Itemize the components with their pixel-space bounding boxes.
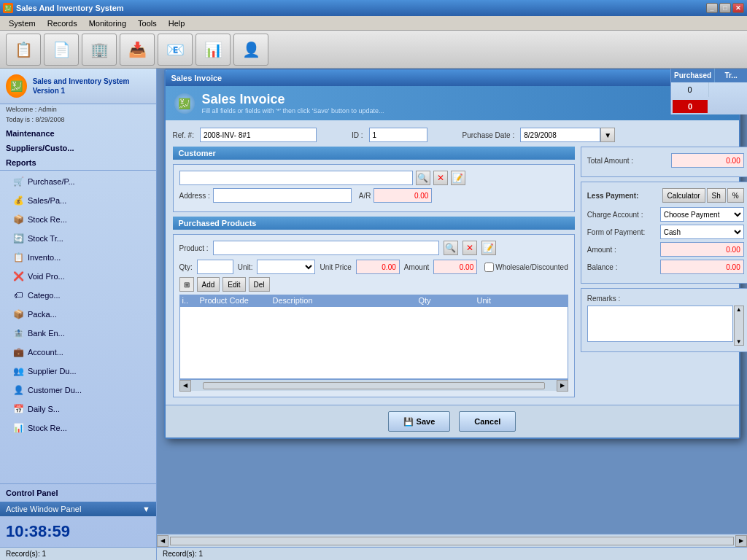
scroll-track[interactable] [203, 382, 545, 389]
purchase-date-input[interactable] [520, 128, 600, 142]
purchased-panel: Purchased Tr... 0 0 [670, 69, 747, 114]
sidebar-item-stock-report-label: Stock Re... [28, 424, 67, 432]
daily-icon: 📅 [12, 402, 25, 416]
void-icon: ❌ [12, 270, 25, 283]
scroll-right-btn[interactable]: ▶ [557, 380, 568, 392]
del-button[interactable]: Del [249, 277, 270, 292]
sidebar-item-void[interactable]: ❌ Void Pro... [0, 267, 156, 286]
sidebar-item-package[interactable]: 📦 Packa... [0, 305, 156, 324]
purchased-header: Purchased [671, 69, 715, 82]
bottom-scroll-left[interactable]: ◀ [157, 535, 169, 547]
charge-account-label: Charge Account : [587, 211, 643, 219]
window-title: Sales And Inventory System [16, 4, 124, 12]
form-of-payment-select[interactable]: Cash [660, 225, 744, 239]
inventory-icon: 📋 [12, 251, 25, 264]
sidebar-item-stockre[interactable]: 📦 Stock Re... [0, 210, 156, 229]
customer-section-header: Customer [173, 147, 575, 160]
unit-select[interactable] [257, 260, 315, 274]
suppliers-section-label: Suppliers/Custo... [0, 139, 156, 154]
col-description: Description [273, 296, 419, 305]
menu-tools[interactable]: Tools [132, 18, 163, 29]
sidebar-item-stock-report[interactable]: 📊 Stock Re... [0, 419, 156, 438]
active-window-chevron: ▼ [142, 505, 150, 513]
sidebar-item-category-label: Catego... [28, 291, 61, 300]
wholesale-checkbox[interactable] [484, 262, 494, 272]
menu-monitoring[interactable]: Monitoring [83, 18, 132, 29]
id-label: ID : [352, 131, 363, 139]
customer-add-button[interactable]: 📝 [451, 171, 465, 185]
purchase-date-dropdown[interactable]: ▼ [600, 128, 615, 142]
close-button[interactable]: ✕ [732, 3, 744, 13]
product-clear-button[interactable]: ✕ [462, 241, 477, 255]
menu-records[interactable]: Records [42, 18, 83, 29]
sidebar-item-customer-due[interactable]: 👤 Customer Du... [0, 381, 156, 400]
product-add-button[interactable]: 📝 [481, 241, 496, 255]
toolbar-btn-3[interactable]: 📥 [120, 34, 155, 66]
sidebar-item-supplier-due[interactable]: 👥 Supplier Du... [0, 362, 156, 381]
bottom-scrollbar[interactable]: ◀ ▶ [157, 534, 747, 547]
remarks-scrollbar: ▲ ▼ [734, 306, 744, 346]
hscroll[interactable]: ◀ ▶ [179, 379, 568, 391]
remarks-scroll-down[interactable]: ▼ [735, 338, 743, 345]
payment-amount-label: Amount : [587, 246, 616, 254]
percent-button[interactable]: % [727, 188, 744, 203]
sidebar-item-bank[interactable]: 🏦 Bank En... [0, 324, 156, 343]
sidebar-item-daily[interactable]: 📅 Daily S... [0, 400, 156, 419]
ar-input[interactable] [374, 188, 432, 203]
left-content: Customer 🔍 ✕ 📝 Address [173, 147, 575, 397]
clock-display: 10:38:59 [0, 516, 156, 547]
unit-price-input[interactable] [356, 260, 400, 274]
bottom-scroll-right[interactable]: ▶ [735, 535, 747, 547]
customer-search-button[interactable]: 🔍 [416, 171, 430, 185]
toolbar-btn-1[interactable]: 📄 [44, 34, 79, 66]
edit-button[interactable]: Edit [222, 277, 245, 292]
menu-help[interactable]: Help [163, 18, 191, 29]
product-input[interactable] [213, 241, 439, 255]
sh-button[interactable]: Sh [707, 188, 726, 203]
cancel-button[interactable]: Cancel [459, 411, 516, 432]
sidebar-item-sales[interactable]: 💰 Sales/Pa... [0, 191, 156, 210]
customer-clear-button[interactable]: ✕ [433, 171, 448, 185]
calculator-button[interactable]: Calculator [662, 188, 705, 203]
sidebar-item-purchase[interactable]: 🛒 Purchase/P... [0, 172, 156, 191]
menu-system[interactable]: System [3, 18, 42, 29]
amount-input[interactable] [433, 260, 477, 274]
scroll-left-btn[interactable]: ◀ [179, 380, 191, 392]
customer-name-input[interactable] [179, 171, 413, 185]
sidebar-item-stocktr[interactable]: 🔄 Stock Tr... [0, 229, 156, 248]
qty-input[interactable] [197, 260, 233, 274]
col-product-code: Product Code [200, 296, 273, 305]
purchase-date-label: Purchase Date : [462, 131, 515, 139]
maximize-button[interactable]: □ [719, 3, 731, 13]
ref-input[interactable] [200, 128, 317, 142]
bottom-scroll-track[interactable] [170, 537, 734, 545]
toolbar-btn-6[interactable]: 👤 [233, 34, 268, 66]
account-icon: 💼 [12, 346, 25, 359]
right-panel: Purchased Tr... 0 0 Sales Invoice ✕ [157, 69, 747, 560]
records-bar: Record(s): 1 [0, 547, 156, 560]
active-window-panel[interactable]: Active Window Panel ▼ [0, 502, 156, 516]
save-icon: 💾 [403, 417, 414, 427]
balance-input[interactable] [660, 260, 744, 274]
sidebar-item-category[interactable]: 🏷 Catego... [0, 286, 156, 305]
sidebar-item-inventory[interactable]: 📋 Invento... [0, 248, 156, 267]
remarks-textarea[interactable] [587, 306, 733, 342]
toolbar-btn-2[interactable]: 🏢 [82, 34, 117, 66]
charge-account-select[interactable]: Choose Payment [660, 207, 744, 222]
toolbar-btn-0[interactable]: 📋 [6, 34, 41, 66]
category-icon: 🏷 [12, 289, 25, 302]
id-input[interactable] [369, 128, 427, 142]
product-search-button[interactable]: 🔍 [444, 241, 458, 255]
products-table-body [179, 306, 568, 379]
toolbar-btn-5[interactable]: 📊 [196, 34, 231, 66]
add-button[interactable]: Add [197, 277, 220, 292]
toolbar-btn-4[interactable]: 📧 [158, 34, 193, 66]
spinner-button[interactable]: ⊞ [179, 277, 194, 292]
address-input[interactable] [213, 188, 352, 203]
payment-amount-input[interactable] [660, 242, 744, 257]
sidebar-item-account[interactable]: 💼 Account... [0, 343, 156, 362]
remarks-scroll-up[interactable]: ▲ [735, 306, 743, 313]
total-amount-input[interactable] [671, 153, 744, 168]
save-button[interactable]: 💾 Save [388, 411, 451, 432]
minimize-button[interactable]: _ [706, 3, 718, 13]
